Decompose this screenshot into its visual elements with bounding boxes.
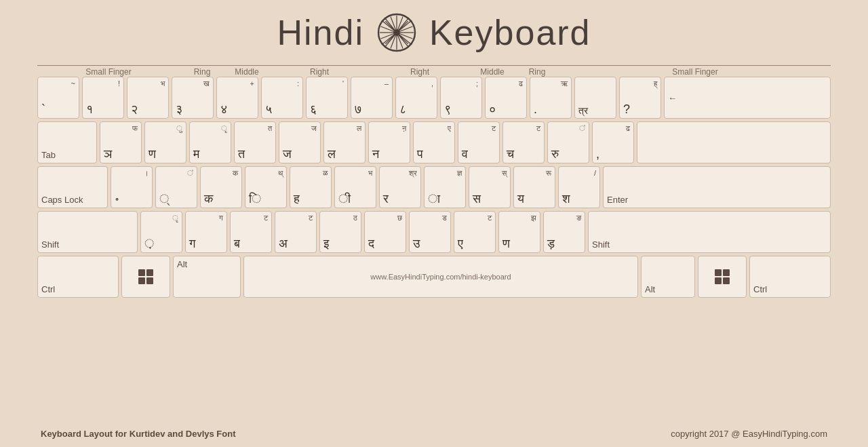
right-alt-key[interactable]: Alt <box>641 256 695 298</box>
finger-label-middle-l: Middle <box>224 66 269 77</box>
key-x[interactable]: ग ग <box>185 211 227 253</box>
right-shift-key[interactable]: Shift <box>588 211 831 253</box>
key-w[interactable]: ु ण <box>144 121 186 163</box>
key-c[interactable]: ट ब <box>230 211 272 253</box>
key-f[interactable]: थ् ि <box>245 166 287 208</box>
key-7[interactable]: – ७ <box>351 77 393 119</box>
right-win-key[interactable] <box>698 256 747 298</box>
key-y[interactable]: ल ल <box>323 121 366 163</box>
left-alt-key[interactable]: Alt <box>173 256 241 298</box>
key-a[interactable]: । ॰ <box>111 166 153 208</box>
tab-key[interactable]: Tab <box>37 121 97 163</box>
finger-label-middle-r: Middle <box>470 66 515 77</box>
key-p[interactable]: ट च <box>502 121 545 163</box>
shift-row: Shift ृ ़ ग ग ट ब ट अ ठ इ छ द ड उ <box>37 211 831 253</box>
key-u[interactable]: ऩ न <box>368 121 410 163</box>
key-l[interactable]: स् स <box>469 166 511 208</box>
footer-right: copyright 2017 @ EasyHindiTyping.com <box>671 429 827 439</box>
finger-label-ring-r: Ring <box>515 66 559 77</box>
key-5[interactable]: : ५ <box>261 77 303 119</box>
key-backtick[interactable]: ~ ` <box>37 77 79 119</box>
space-url: www.EasyHindiTyping.com/hindi-keyboard <box>370 273 511 281</box>
left-win-key[interactable] <box>121 256 170 298</box>
key-equal[interactable]: त्र <box>574 77 616 119</box>
number-row: ~ ` ! १ भ २ ख ३ + ४ : ५ ' ६ – ७ <box>37 77 831 119</box>
key-n[interactable]: छ द <box>364 211 406 253</box>
key-2[interactable]: भ २ <box>127 77 169 119</box>
key-6[interactable]: ' ६ <box>306 77 348 119</box>
key-q[interactable]: फ ञ <box>100 121 142 163</box>
key-9[interactable]: ; ९ <box>440 77 482 119</box>
key-v[interactable]: ट अ <box>275 211 317 253</box>
finger-label-ring-l: Ring <box>180 66 224 77</box>
title-part2: Keyboard <box>429 12 591 53</box>
key-comma[interactable]: ट ए <box>454 211 496 253</box>
key-slash[interactable]: ङ ड़ <box>543 211 585 253</box>
space-key[interactable]: www.EasyHindiTyping.com/hindi-keyboard <box>243 256 638 298</box>
backspace-key[interactable]: ← <box>664 77 831 119</box>
finger-label-right-r: Right <box>370 66 470 77</box>
key-t[interactable]: ज ज <box>279 121 321 163</box>
key-m[interactable]: ड उ <box>409 211 451 253</box>
key-4[interactable]: + ४ <box>216 77 258 119</box>
key-b[interactable]: ठ इ <box>319 211 361 253</box>
finger-labels: Small Finger Ring Middle Right Right Mid… <box>37 65 831 77</box>
left-ctrl-key[interactable]: Ctrl <box>37 256 119 298</box>
right-ctrl-key[interactable]: Ctrl <box>749 256 831 298</box>
footer-left: Keyboard Layout for Kurtidev and Devlys … <box>41 429 236 439</box>
key-semicolon[interactable]: रू य <box>513 166 555 208</box>
key-0[interactable]: ढ ० <box>485 77 527 119</box>
key-8[interactable]: , ८ <box>395 77 437 119</box>
left-shift-key[interactable]: Shift <box>37 211 138 253</box>
enter-key[interactable]: Enter <box>603 166 831 208</box>
key-1[interactable]: ! १ <box>82 77 124 119</box>
key-backslash2[interactable] <box>637 121 831 163</box>
key-quote[interactable]: / श <box>558 166 600 208</box>
key-z[interactable]: ृ ़ <box>140 211 182 253</box>
key-backslash[interactable]: ह् ? <box>619 77 661 119</box>
key-o[interactable]: ट व <box>458 121 500 163</box>
key-bracket-close[interactable]: ढ , <box>592 121 634 163</box>
key-h[interactable]: भ ी <box>334 166 376 208</box>
header: Hindi <box>0 0 868 60</box>
key-minus[interactable]: ऋ . <box>530 77 572 119</box>
caps-row: Caps Lock । ॰ ऺ ् क क थ् ि ळ ह भ ी श्र र <box>37 166 831 208</box>
key-g[interactable]: ळ ह <box>290 166 332 208</box>
key-k[interactable]: ज्ञ ा <box>424 166 466 208</box>
tab-row: Tab फ ञ ु ण ृ म त त ज ज ल ल ऩ न <box>37 121 831 163</box>
bottom-row: Ctrl Alt www.EasyHindiTyping.com/hindi-k… <box>37 256 831 298</box>
windows-logo-right-icon <box>715 269 730 284</box>
finger-label-small-finger-l: Small Finger <box>37 66 180 77</box>
finger-label-small-finger-r: Small Finger <box>559 66 831 77</box>
caps-lock-key[interactable]: Caps Lock <box>37 166 108 208</box>
finger-label-right-l: Right <box>269 66 370 77</box>
windows-logo-icon <box>138 269 153 284</box>
key-bracket-open[interactable]: ऺ रु <box>547 121 589 163</box>
key-j[interactable]: श्र र <box>379 166 421 208</box>
key-3[interactable]: ख ३ <box>172 77 214 119</box>
title-part1: Hindi <box>277 12 364 53</box>
key-e[interactable]: ृ म <box>189 121 231 163</box>
key-period[interactable]: झ ण <box>498 211 540 253</box>
key-s[interactable]: ऺ ् <box>155 166 197 208</box>
keyboard: ~ ` ! १ भ २ ख ३ + ४ : ५ ' ६ – ७ <box>37 77 831 298</box>
key-i[interactable]: ए प <box>413 121 455 163</box>
key-d[interactable]: क क <box>200 166 242 208</box>
ashoka-wheel-icon <box>376 12 417 53</box>
key-r[interactable]: त त <box>234 121 276 163</box>
